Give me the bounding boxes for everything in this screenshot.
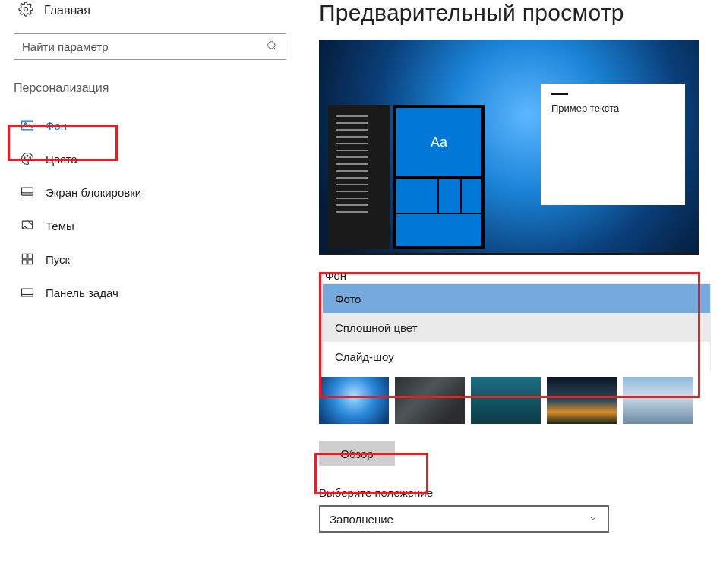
gear-icon [18, 2, 33, 20]
wallpaper-thumb-5[interactable] [623, 377, 693, 424]
position-selected-value: Заполнение [330, 513, 393, 526]
sidebar-item-label: Пуск [46, 253, 70, 266]
settings-sidebar: Главная Персонализация Фон Цвета Экран б… [0, 0, 300, 588]
sidebar-item-label: Темы [46, 220, 74, 232]
preview-tile-aa: Aa [396, 108, 481, 176]
preview-tiles: Aa [393, 105, 485, 249]
sidebar-item-taskbar[interactable]: Панель задач [14, 276, 286, 309]
svg-rect-8 [22, 188, 33, 195]
sidebar-item-start[interactable]: Пуск [14, 242, 286, 276]
sidebar-item-themes[interactable]: Темы [14, 209, 286, 242]
sidebar-item-label: Панель задач [46, 286, 118, 299]
main-content: Предварительный просмотр Aa Пример текст… [319, 0, 714, 533]
preview-menu-lines [336, 115, 368, 213]
background-dropdown-open: Фото Сплошной цвет Слайд-шоу [322, 283, 711, 371]
svg-point-5 [24, 157, 25, 159]
background-label: Фон [319, 269, 714, 282]
palette-icon [20, 151, 35, 166]
browse-button[interactable]: Обзор [319, 441, 395, 466]
sidebar-item-background[interactable]: Фон [14, 109, 286, 142]
svg-rect-12 [28, 254, 33, 258]
svg-rect-13 [22, 260, 27, 264]
sample-text-label: Пример текста [551, 103, 674, 114]
svg-point-6 [27, 155, 28, 156]
svg-rect-11 [22, 254, 27, 258]
svg-point-0 [24, 8, 28, 11]
search-input[interactable] [22, 40, 266, 53]
svg-rect-14 [28, 260, 33, 264]
svg-line-2 [274, 48, 276, 50]
section-title: Персонализация [14, 81, 286, 95]
position-select[interactable]: Заполнение [319, 505, 609, 533]
lockscreen-icon [20, 185, 35, 200]
desktop-preview: Aa Пример текста [319, 40, 699, 255]
sidebar-item-label: Цвета [46, 153, 77, 166]
start-icon [20, 251, 35, 267]
wallpaper-thumbnails [319, 377, 714, 424]
home-label: Главная [44, 4, 90, 17]
svg-point-1 [268, 41, 275, 48]
dropdown-option-slideshow[interactable]: Слайд-шоу [323, 342, 710, 371]
svg-rect-15 [22, 289, 33, 296]
home-nav-item[interactable]: Главная [18, 2, 286, 20]
preview-taskbar [319, 253, 699, 255]
wallpaper-thumb-4[interactable] [547, 377, 617, 424]
search-box[interactable] [14, 33, 286, 60]
picture-icon [20, 118, 35, 133]
dropdown-option-solid[interactable]: Сплошной цвет [323, 313, 710, 342]
taskbar-icon [20, 285, 35, 300]
svg-point-4 [25, 123, 27, 125]
themes-icon [20, 218, 35, 233]
position-label: Выберите положение [319, 486, 714, 499]
svg-point-7 [30, 157, 31, 159]
sidebar-item-label: Фон [46, 119, 67, 132]
sidebar-item-lockscreen[interactable]: Экран блокировки [14, 175, 286, 209]
preview-sample-window: Пример текста [541, 84, 685, 205]
preview-start-panel [328, 105, 390, 249]
wallpaper-thumb-1[interactable] [319, 377, 389, 424]
search-icon [266, 40, 278, 55]
wallpaper-thumb-2[interactable] [395, 377, 465, 424]
page-title: Предварительный просмотр [319, 0, 714, 26]
chevron-down-icon [588, 513, 598, 526]
wallpaper-thumb-3[interactable] [471, 377, 541, 424]
sidebar-item-colors[interactable]: Цвета [14, 142, 286, 175]
dropdown-option-photo[interactable]: Фото [323, 284, 710, 313]
sidebar-item-label: Экран блокировки [46, 186, 141, 199]
